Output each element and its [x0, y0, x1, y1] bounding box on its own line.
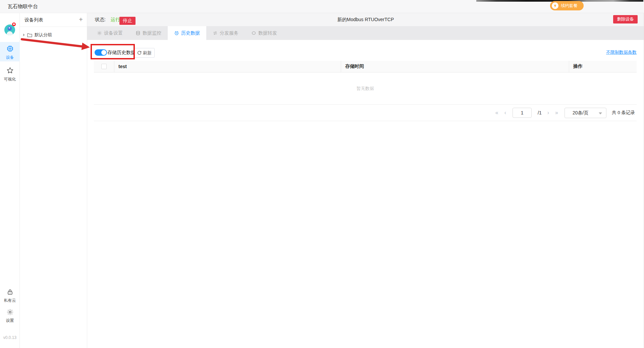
- star-icon: [0, 67, 20, 76]
- refresh-button[interactable]: 刷新: [134, 48, 155, 58]
- expand-caret-icon[interactable]: [23, 34, 25, 36]
- tab-label: 分发服务: [220, 30, 238, 36]
- transfer-icon: [213, 31, 218, 36]
- app-title: 瓦石物联中台: [8, 0, 38, 13]
- device-list-header: 设备列表 +: [20, 13, 87, 27]
- tab-label: 数据监控: [143, 30, 161, 36]
- table-empty-state: 暂无数据: [94, 72, 637, 105]
- tab-label: 历史数据: [181, 30, 200, 36]
- database-icon: [136, 31, 141, 36]
- page-number-input[interactable]: 1: [513, 108, 532, 118]
- renew-package-button[interactable]: 续约套餐: [550, 1, 584, 10]
- lock-icon: [0, 289, 20, 297]
- sidebar-item-devices[interactable]: 设备: [0, 42, 20, 61]
- first-page-button[interactable]: «: [495, 110, 498, 115]
- next-page-button[interactable]: ›: [547, 110, 549, 115]
- empty-text: 暂无数据: [357, 86, 374, 92]
- tab-label: 设备设置: [104, 30, 123, 36]
- device-group-label: 默认分组: [35, 32, 52, 38]
- toggle-knob: [101, 50, 106, 55]
- sidebar-item-settings[interactable]: 设置: [0, 309, 20, 324]
- prev-page-button[interactable]: ‹: [504, 110, 506, 115]
- clock-icon: [174, 31, 179, 36]
- device-list-title: 设备列表: [24, 13, 43, 27]
- status-bar: 状态: 运行 停止 新的Modbus RTUOverTCP 删除设备: [87, 13, 644, 26]
- last-page-button[interactable]: »: [555, 110, 558, 115]
- tab-device-settings[interactable]: 设备设置: [91, 26, 129, 40]
- tab-data-monitor[interactable]: 数据监控: [129, 26, 168, 40]
- refresh-label: 刷新: [143, 50, 152, 56]
- column-header-storage-time: 存储时间: [341, 61, 569, 72]
- device-group-default[interactable]: 默认分组: [20, 30, 87, 40]
- refresh-icon: [137, 51, 142, 55]
- total-records-label: 共 0 条记录: [612, 110, 635, 116]
- lightning-icon: [552, 2, 558, 9]
- column-header-test: test: [114, 61, 341, 72]
- add-device-button[interactable]: +: [79, 13, 83, 26]
- sidebar-item-label: 可视化: [0, 77, 20, 82]
- pagination-bar: « ‹ 1 /1 › » 20条/页 共 0 条记录: [94, 105, 637, 121]
- device-name: 新的Modbus RTUOverTCP: [87, 13, 644, 26]
- select-all-cell: [94, 61, 114, 72]
- left-rail: 设备 可视化 私有云 设置 v0.0.13: [0, 13, 20, 348]
- sidebar-item-label: 私有云: [0, 298, 20, 303]
- tab-history-data[interactable]: 历史数据: [168, 26, 206, 40]
- history-table: test 存储时间 操作 暂无数据: [94, 61, 637, 105]
- table-header-row: test 存储时间 操作: [94, 61, 637, 72]
- device-list-panel: 设备列表 + 默认分组: [20, 13, 87, 348]
- delete-device-button[interactable]: 删除设备: [613, 15, 638, 23]
- gear-icon: [0, 309, 20, 317]
- renew-label: 续约套餐: [561, 3, 578, 9]
- sidebar-item-visualization[interactable]: 可视化: [0, 64, 20, 82]
- chevron-down-icon: [599, 112, 602, 114]
- folder-icon: [27, 33, 32, 37]
- column-header-actions: 操作: [569, 61, 637, 72]
- tab-label: 数据转发: [258, 30, 277, 36]
- select-all-checkbox[interactable]: [101, 64, 107, 69]
- tab-distribution-service[interactable]: 分发服务: [206, 26, 245, 40]
- sidebar-item-label: 设置: [0, 318, 20, 324]
- sidebar-item-label: 设备: [0, 55, 20, 60]
- page-size-value: 20条/页: [573, 110, 588, 115]
- chip-icon: [0, 45, 20, 54]
- page-size-select[interactable]: 20条/页: [565, 108, 606, 118]
- total-pages-label: /1: [538, 110, 542, 115]
- store-history-toggle[interactable]: [95, 49, 107, 56]
- main-area: 状态: 运行 停止 新的Modbus RTUOverTCP 删除设备 设备设置 …: [87, 13, 644, 348]
- app-version: v0.0.13: [0, 335, 20, 340]
- tab-data-forward[interactable]: 数据转发: [245, 26, 283, 40]
- title-bar: 瓦石物联中台: [0, 0, 644, 13]
- forward-icon: [251, 31, 256, 36]
- unlimit-data-link[interactable]: 不限制数据条数: [606, 49, 637, 55]
- sidebar-item-private-cloud[interactable]: 私有云: [0, 289, 20, 303]
- store-history-label: 存储历史数据: [107, 48, 136, 57]
- gear-icon: [97, 31, 102, 36]
- notification-badge-icon[interactable]: [12, 22, 16, 26]
- tab-bar: 设备设置 数据监控 历史数据 分发服务: [87, 26, 644, 40]
